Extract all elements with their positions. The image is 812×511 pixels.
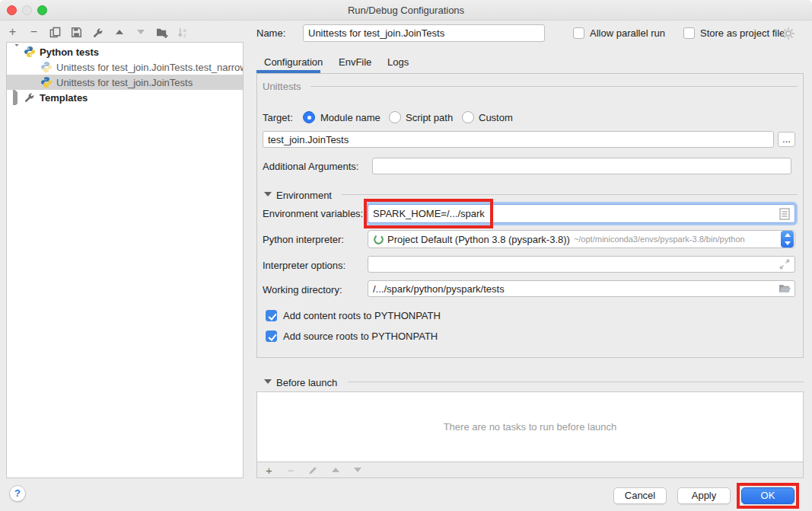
working-directory-label: Working directory:: [263, 282, 342, 299]
open-folder-icon[interactable]: [779, 283, 791, 296]
store-as-project-file-checkbox[interactable]: [683, 27, 695, 39]
before-launch-section-label: Before launch: [276, 375, 337, 391]
target-module-name-label: Module name: [320, 110, 381, 126]
ok-button[interactable]: OK: [741, 487, 794, 504]
move-task-up-icon: [329, 464, 342, 477]
module-name-input[interactable]: [263, 131, 774, 148]
tree-item-unittest-jointests[interactable]: Unittests for test_join.JoinTests: [7, 75, 243, 90]
expand-field-icon[interactable]: [779, 259, 790, 272]
cancel-button[interactable]: Cancel: [613, 487, 667, 504]
environment-collapse-icon[interactable]: [264, 192, 272, 196]
sort-configurations-icon: az: [177, 26, 189, 39]
help-button[interactable]: ?: [9, 485, 26, 502]
environment-divider: [342, 194, 798, 195]
environment-variables-input[interactable]: [368, 204, 795, 223]
templates-wrench-icon: [24, 91, 36, 104]
interpreter-path: ~/opt/miniconda3/envs/pyspark-3.8/bin/py…: [574, 235, 778, 244]
tab-logs[interactable]: Logs: [387, 52, 409, 72]
environment-variables-label: Environment variables:: [263, 206, 363, 222]
add-source-roots-label: Add source roots to PYTHONPATH: [283, 328, 438, 345]
unittests-group-label: Unittests: [263, 81, 301, 92]
add-task-icon[interactable]: +: [263, 464, 275, 477]
add-content-roots-checkbox[interactable]: [266, 310, 277, 321]
help-label: ?: [14, 487, 21, 499]
interpreter-options-label: Interpreter options:: [263, 257, 345, 274]
new-folder-icon[interactable]: [155, 26, 168, 39]
interpreter-value: Project Default (Python 3.8 (pyspark-3.8…: [387, 234, 570, 245]
tree-item-templates[interactable]: Templates: [7, 90, 243, 105]
close-button[interactable]: [7, 5, 17, 15]
add-content-roots-label: Add content roots to PYTHONPATH: [283, 308, 441, 324]
edit-task-icon: [307, 464, 320, 477]
before-launch-empty-text: There are no tasks to run before launch: [444, 421, 617, 433]
target-script-path-radio[interactable]: [389, 111, 401, 123]
python-icon: [24, 46, 36, 58]
apply-button[interactable]: Apply: [677, 487, 731, 504]
before-launch-collapse-icon[interactable]: [264, 379, 272, 384]
gear-icon[interactable]: [782, 27, 794, 42]
additional-arguments-input[interactable]: [372, 158, 791, 174]
tab-configuration[interactable]: Configuration: [264, 52, 323, 72]
select-stepper-icon[interactable]: [781, 231, 794, 248]
browse-button[interactable]: ...: [778, 132, 795, 147]
tree-toolbar: + − az: [6, 24, 189, 40]
move-up-icon[interactable]: [113, 26, 126, 39]
edit-templates-icon[interactable]: [91, 26, 104, 39]
svg-text:z: z: [183, 33, 186, 38]
tab-envfile[interactable]: EnvFile: [339, 52, 371, 72]
svg-text:a: a: [183, 27, 186, 32]
tree-item-label: Unittests for test_join.JoinTests.test_n…: [56, 62, 243, 73]
copy-configuration-icon[interactable]: [49, 26, 62, 39]
target-custom-label: Custom: [479, 110, 513, 126]
python-icon: [40, 76, 53, 88]
before-launch-task-list: There are no tasks to run before launch: [257, 392, 803, 462]
group-divider: [310, 86, 798, 87]
before-launch-panel: There are no tasks to run before launch …: [256, 391, 804, 478]
store-as-project-file-label: Store as project file: [700, 25, 785, 42]
conda-environment-icon: [373, 234, 384, 245]
tree-item-unittest-narrow[interactable]: Unittests for test_join.JoinTests.test_n…: [7, 59, 243, 75]
run-debug-configurations-dialog: Run/Debug Configurations + − az: [0, 0, 812, 511]
zoom-button[interactable]: [37, 5, 47, 15]
before-launch-toolbar: + −: [257, 462, 803, 477]
interpreter-options-input[interactable]: [368, 256, 795, 273]
minimize-button: [22, 5, 32, 15]
tree-item-label: Templates: [40, 92, 88, 104]
window-title: Run/Debug Configurations: [348, 5, 464, 16]
additional-arguments-label: Additional Arguments:: [263, 158, 358, 175]
add-configuration-icon[interactable]: +: [6, 26, 19, 39]
before-launch-divider: [348, 382, 804, 382]
allow-parallel-run-checkbox[interactable]: [573, 27, 584, 39]
chevron-down-icon[interactable]: [13, 46, 21, 58]
environment-section-label: Environment: [276, 187, 332, 204]
move-down-icon: [134, 26, 147, 39]
tree-item-label: Unittests for test_join.JoinTests: [56, 77, 193, 88]
python-icon: [40, 61, 53, 73]
move-task-down-icon: [351, 464, 364, 477]
titlebar: Run/Debug Configurations: [0, 0, 812, 21]
edit-variables-list-icon[interactable]: [779, 208, 790, 222]
name-label: Name:: [256, 25, 285, 42]
name-input[interactable]: [303, 24, 545, 42]
working-directory-input[interactable]: [368, 280, 795, 297]
add-source-roots-checkbox[interactable]: [266, 331, 277, 342]
target-module-name-radio[interactable]: [303, 111, 315, 123]
allow-parallel-run-label: Allow parallel run: [590, 25, 665, 42]
python-interpreter-label: Python interpreter:: [263, 232, 344, 248]
target-custom-radio[interactable]: [462, 111, 474, 123]
tree-item-label: Python tests: [40, 46, 99, 58]
python-interpreter-select[interactable]: Project Default (Python 3.8 (pyspark-3.8…: [368, 230, 795, 248]
target-label: Target:: [263, 110, 293, 126]
configurations-tree: Python tests Unittests for test_join.Joi…: [6, 42, 244, 478]
target-script-path-label: Script path: [406, 110, 453, 126]
remove-configuration-icon[interactable]: −: [27, 26, 40, 39]
remove-task-icon: −: [285, 464, 298, 477]
chevron-right-icon[interactable]: [13, 92, 21, 104]
tree-item-python-tests[interactable]: Python tests: [7, 44, 243, 59]
save-configuration-icon[interactable]: [70, 26, 83, 39]
